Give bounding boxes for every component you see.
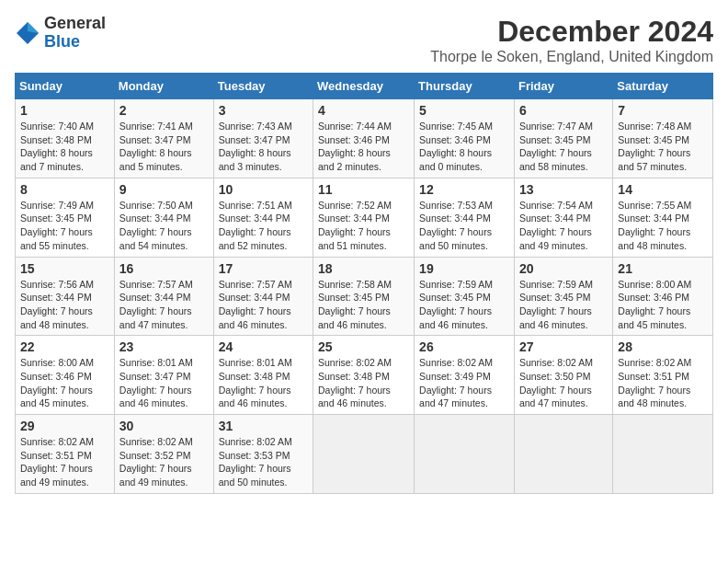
day-number: 3 [219,103,308,118]
calendar-cell: 23Sunrise: 8:01 AMSunset: 3:47 PMDayligh… [114,336,213,415]
day-number: 28 [618,339,708,354]
calendar-cell: 5Sunrise: 7:45 AMSunset: 3:46 PMDaylight… [415,99,515,178]
cell-text: Sunrise: 7:59 AMSunset: 3:45 PMDaylight:… [519,279,593,330]
calendar-cell: 15Sunrise: 7:56 AMSunset: 3:44 PMDayligh… [16,257,115,336]
day-number: 19 [419,261,509,276]
calendar-cell: 22Sunrise: 8:00 AMSunset: 3:46 PMDayligh… [16,336,115,415]
header-friday: Friday [514,74,612,99]
cell-text: Sunrise: 7:41 AMSunset: 3:47 PMDaylight:… [119,121,193,172]
day-number: 15 [20,261,109,276]
day-number: 2 [119,103,209,118]
svg-marker-1 [28,22,39,33]
title-section: December 2024 Thorpe le Soken, England, … [430,15,713,65]
calendar-cell: 26Sunrise: 8:02 AMSunset: 3:49 PMDayligh… [415,336,515,415]
calendar-cell: 28Sunrise: 8:02 AMSunset: 3:51 PMDayligh… [613,336,713,415]
calendar-week-1: 1Sunrise: 7:40 AMSunset: 3:48 PMDaylight… [16,99,713,178]
calendar-cell: 10Sunrise: 7:51 AMSunset: 3:44 PMDayligh… [213,178,313,257]
cell-text: Sunrise: 7:54 AMSunset: 3:44 PMDaylight:… [519,200,593,251]
calendar-week-2: 8Sunrise: 7:49 AMSunset: 3:45 PMDaylight… [16,178,713,257]
cell-text: Sunrise: 7:50 AMSunset: 3:44 PMDaylight:… [119,200,193,251]
day-number: 30 [119,419,209,433]
day-number: 17 [219,261,308,276]
header-wednesday: Wednesday [313,74,415,99]
cell-text: Sunrise: 8:01 AMSunset: 3:47 PMDaylight:… [119,357,193,408]
calendar-cell: 24Sunrise: 8:01 AMSunset: 3:48 PMDayligh… [213,336,313,415]
day-number: 27 [519,339,608,354]
calendar-cell [613,415,713,494]
cell-text: Sunrise: 7:57 AMSunset: 3:44 PMDaylight:… [119,279,193,330]
calendar-cell: 27Sunrise: 8:02 AMSunset: 3:50 PMDayligh… [514,336,612,415]
calendar-cell: 8Sunrise: 7:49 AMSunset: 3:45 PMDaylight… [16,178,115,257]
calendar-cell: 4Sunrise: 7:44 AMSunset: 3:46 PMDaylight… [313,99,415,178]
day-number: 21 [618,261,708,276]
cell-text: Sunrise: 8:02 AMSunset: 3:49 PMDaylight:… [419,357,493,408]
cell-text: Sunrise: 7:57 AMSunset: 3:44 PMDaylight:… [219,279,292,330]
cell-text: Sunrise: 8:02 AMSunset: 3:50 PMDaylight:… [519,357,593,408]
day-number: 24 [219,339,308,354]
logo-blue: Blue [44,33,106,52]
logo-general: General [44,15,106,33]
calendar-cell: 12Sunrise: 7:53 AMSunset: 3:44 PMDayligh… [415,178,515,257]
calendar-cell: 9Sunrise: 7:50 AMSunset: 3:44 PMDaylight… [114,178,213,257]
cell-text: Sunrise: 7:53 AMSunset: 3:44 PMDaylight:… [419,200,493,251]
cell-text: Sunrise: 8:02 AMSunset: 3:51 PMDaylight:… [20,436,94,488]
calendar-cell: 29Sunrise: 8:02 AMSunset: 3:51 PMDayligh… [16,415,115,494]
calendar-cell [415,415,515,494]
day-number: 4 [318,103,409,118]
day-number: 10 [219,182,308,197]
day-number: 9 [119,182,209,197]
day-number: 29 [20,419,109,433]
page-header: General Blue December 2024 Thorpe le Sok… [15,15,713,65]
calendar-cell: 18Sunrise: 7:58 AMSunset: 3:45 PMDayligh… [313,257,415,336]
cell-text: Sunrise: 7:40 AMSunset: 3:48 PMDaylight:… [20,121,94,172]
day-number: 31 [219,419,308,433]
cell-text: Sunrise: 8:02 AMSunset: 3:53 PMDaylight:… [219,436,292,488]
logo: General Blue [15,15,106,52]
calendar-cell: 7Sunrise: 7:48 AMSunset: 3:45 PMDaylight… [613,99,713,178]
cell-text: Sunrise: 7:43 AMSunset: 3:47 PMDaylight:… [219,121,292,172]
day-number: 20 [519,261,608,276]
calendar-subtitle: Thorpe le Soken, England, United Kingdom [430,49,713,65]
calendar-week-5: 29Sunrise: 8:02 AMSunset: 3:51 PMDayligh… [16,415,713,494]
day-number: 5 [419,103,509,118]
header-saturday: Saturday [613,74,713,99]
day-number: 1 [20,103,109,118]
header-thursday: Thursday [415,74,515,99]
cell-text: Sunrise: 7:44 AMSunset: 3:46 PMDaylight:… [318,121,392,172]
logo-text: General Blue [44,15,106,52]
day-number: 12 [419,182,509,197]
day-number: 26 [419,339,509,354]
calendar-cell: 19Sunrise: 7:59 AMSunset: 3:45 PMDayligh… [415,257,515,336]
calendar-cell: 6Sunrise: 7:47 AMSunset: 3:45 PMDaylight… [514,99,612,178]
cell-text: Sunrise: 8:00 AMSunset: 3:46 PMDaylight:… [618,279,691,330]
day-number: 11 [318,182,409,197]
calendar-cell [514,415,612,494]
day-number: 16 [119,261,209,276]
header-sunday: Sunday [16,74,115,99]
day-number: 13 [519,182,608,197]
header-tuesday: Tuesday [213,74,313,99]
calendar-cell: 11Sunrise: 7:52 AMSunset: 3:44 PMDayligh… [313,178,415,257]
cell-text: Sunrise: 8:02 AMSunset: 3:51 PMDaylight:… [618,357,691,408]
calendar-cell: 14Sunrise: 7:55 AMSunset: 3:44 PMDayligh… [613,178,713,257]
calendar-week-4: 22Sunrise: 8:00 AMSunset: 3:46 PMDayligh… [16,336,713,415]
cell-text: Sunrise: 7:48 AMSunset: 3:45 PMDaylight:… [618,121,691,172]
logo-icon [15,20,40,46]
day-number: 14 [618,182,708,197]
calendar-cell: 17Sunrise: 7:57 AMSunset: 3:44 PMDayligh… [213,257,313,336]
calendar-cell [313,415,415,494]
cell-text: Sunrise: 7:47 AMSunset: 3:45 PMDaylight:… [519,121,593,172]
cell-text: Sunrise: 7:55 AMSunset: 3:44 PMDaylight:… [618,200,691,251]
calendar-cell: 3Sunrise: 7:43 AMSunset: 3:47 PMDaylight… [213,99,313,178]
calendar-week-3: 15Sunrise: 7:56 AMSunset: 3:44 PMDayligh… [16,257,713,336]
cell-text: Sunrise: 8:02 AMSunset: 3:52 PMDaylight:… [119,436,193,488]
day-number: 6 [519,103,608,118]
calendar-cell: 31Sunrise: 8:02 AMSunset: 3:53 PMDayligh… [213,415,313,494]
calendar-cell: 16Sunrise: 7:57 AMSunset: 3:44 PMDayligh… [114,257,213,336]
calendar-cell: 21Sunrise: 8:00 AMSunset: 3:46 PMDayligh… [613,257,713,336]
calendar-cell: 25Sunrise: 8:02 AMSunset: 3:48 PMDayligh… [313,336,415,415]
cell-text: Sunrise: 7:59 AMSunset: 3:45 PMDaylight:… [419,279,493,330]
cell-text: Sunrise: 7:58 AMSunset: 3:45 PMDaylight:… [318,279,392,330]
calendar-cell: 13Sunrise: 7:54 AMSunset: 3:44 PMDayligh… [514,178,612,257]
cell-text: Sunrise: 7:56 AMSunset: 3:44 PMDaylight:… [20,279,94,330]
